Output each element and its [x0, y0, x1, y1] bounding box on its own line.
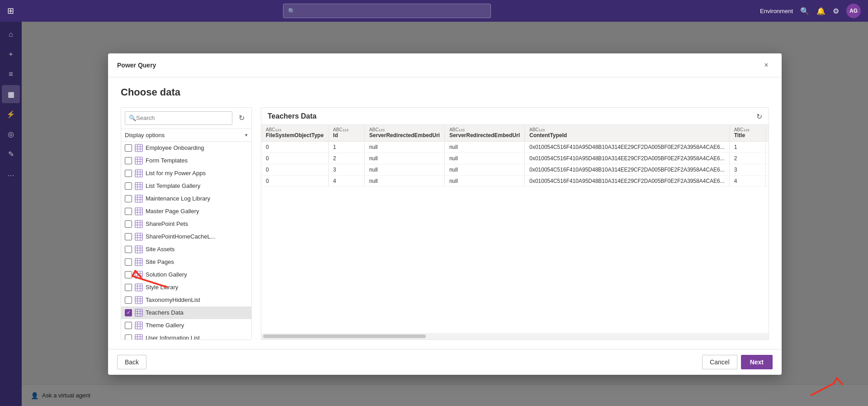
sidebar-icon-menu[interactable]: ≡ — [2, 65, 20, 83]
table-icon — [135, 283, 143, 291]
checkbox[interactable] — [125, 296, 132, 304]
table-cell: 4 — [328, 175, 364, 186]
sidebar-icon-data[interactable]: ▦ — [2, 85, 20, 103]
list-item[interactable]: List for my Power Apps — [121, 167, 251, 180]
horizontal-scrollbar[interactable] — [261, 333, 769, 339]
checkbox[interactable] — [125, 322, 132, 329]
sidebar-icon-monitor[interactable]: ◎ — [2, 125, 20, 143]
checkbox[interactable] — [125, 284, 132, 291]
nav-right: Environment 🔍 🔔 ⚙ AG — [760, 4, 861, 18]
list-item[interactable]: SharePoint Pets — [121, 218, 251, 230]
chevron-down-icon: ▾ — [245, 132, 248, 138]
table-cell: null — [765, 153, 769, 164]
checkbox[interactable] — [125, 208, 132, 215]
table-cell: 3 — [729, 164, 765, 175]
top-nav: ⊞ 🔍 Environment 🔍 🔔 ⚙ AG — [0, 0, 868, 22]
table-title: Teachers Data — [268, 112, 316, 120]
display-options-row[interactable]: Display options ▾ — [121, 129, 251, 142]
table-header-cell: ABC123ServerRedirectedEmbedUri — [364, 125, 444, 142]
modal-close-button[interactable]: × — [760, 59, 773, 72]
list-item-label: SharePointHomeCacheL... — [146, 233, 248, 240]
list-item[interactable]: Master Page Gallery — [121, 205, 251, 218]
modal-footer: Back Cancel Next — [108, 349, 782, 375]
svg-rect-50 — [135, 271, 142, 278]
table-icon — [135, 169, 143, 177]
list-item-label: Theme Gallery — [146, 322, 248, 329]
checkbox[interactable] — [125, 246, 132, 253]
list-item-label: TaxonomyHiddenList — [146, 296, 248, 303]
modal-body: Choose data 🔍 ↻ — [108, 77, 782, 349]
sidebar-icon-flow[interactable]: ⚡ — [2, 105, 20, 123]
table-icon — [135, 157, 143, 165]
sidebar-icon-home[interactable]: ⌂ — [2, 25, 20, 43]
search-input-container[interactable]: 🔍 — [125, 111, 232, 125]
svg-rect-70 — [135, 322, 142, 329]
list-item[interactable]: Theme Gallery — [121, 319, 251, 332]
table-cell: null — [765, 164, 769, 175]
checkbox[interactable] — [125, 144, 132, 152]
display-options-label: Display options — [125, 132, 245, 139]
list-item[interactable]: Site Assets — [121, 243, 251, 256]
power-query-modal: Power Query × Choose data 🔍 — [108, 53, 782, 375]
list-item[interactable]: Form Templates — [121, 154, 251, 167]
settings-icon[interactable]: ⚙ — [833, 7, 839, 15]
cancel-button[interactable]: Cancel — [702, 355, 737, 369]
refresh-icon[interactable]: ↻ — [235, 112, 248, 124]
search-input[interactable] — [136, 115, 228, 121]
checkbox[interactable] — [125, 271, 132, 278]
modal-content-area: 🔍 ↻ Display options ▾ — [121, 107, 769, 340]
modal-title: Power Query — [117, 62, 156, 69]
sidebar-icon-add[interactable]: + — [2, 45, 20, 63]
list-item-label: SharePoint Pets — [146, 220, 248, 227]
checkbox[interactable] — [125, 258, 132, 266]
sidebar-icon-more[interactable]: … — [2, 165, 20, 183]
table-refresh-icon[interactable]: ↻ — [756, 112, 762, 121]
table-header-cell: ABC123Id — [328, 125, 364, 142]
nav-left: ⊞ — [7, 6, 14, 16]
next-button[interactable]: Next — [741, 355, 773, 369]
table-header-cell: ABC123ContentTypeId — [524, 125, 729, 142]
global-search-bar[interactable]: 🔍 — [283, 4, 491, 18]
checkbox[interactable] — [125, 182, 132, 190]
svg-rect-55 — [135, 284, 142, 291]
checkbox[interactable] — [125, 195, 132, 202]
checkbox[interactable] — [125, 334, 132, 339]
table-icon — [135, 334, 143, 339]
list-item-label: Site Assets — [146, 246, 248, 253]
svg-rect-0 — [135, 144, 142, 152]
right-panel: Teachers Data ↻ ABC123FileSystemObjectTy… — [261, 107, 769, 340]
list-item[interactable]: SharePointHomeCacheL... — [121, 230, 251, 243]
waffle-icon[interactable]: ⊞ — [7, 6, 14, 16]
list-item[interactable]: Site Pages — [121, 256, 251, 268]
list-item[interactable]: Solution Gallery — [121, 268, 251, 281]
sidebar-icon-edit[interactable]: ✎ — [2, 145, 20, 163]
search-icon: 🔍 — [288, 8, 295, 14]
list-item[interactable]: Teachers Data — [121, 306, 251, 319]
avatar[interactable]: AG — [846, 4, 861, 18]
checkbox[interactable] — [125, 309, 132, 316]
back-button[interactable]: Back — [117, 355, 146, 369]
checkbox[interactable] — [125, 157, 132, 164]
table-icon — [135, 195, 143, 203]
list-item[interactable]: TaxonomyHiddenList — [121, 294, 251, 306]
checkbox[interactable] — [125, 233, 132, 240]
main-content: Power Query × Choose data 🔍 — [22, 22, 868, 406]
search-icon: 🔍 — [129, 115, 136, 121]
table-icon — [135, 309, 143, 317]
list-item[interactable]: List Template Gallery — [121, 180, 251, 192]
table-row: 04nullnull0x010054C516F410A95D48B10A314E… — [261, 175, 769, 186]
notification-icon[interactable]: 🔔 — [816, 7, 826, 15]
list-items-container: Employee Onboarding Form Templates List … — [121, 142, 251, 339]
list-item[interactable]: Employee Onboarding — [121, 142, 251, 154]
search-nav-icon[interactable]: 🔍 — [800, 7, 809, 15]
svg-rect-25 — [135, 208, 142, 215]
list-item-label: User Information List — [146, 334, 248, 339]
table-cell: 0x010054C516F410A95D48B10A314EE29CF2DA00… — [524, 141, 729, 153]
list-item[interactable]: Maintenance Log Library — [121, 192, 251, 205]
checkbox[interactable] — [125, 170, 132, 177]
list-item[interactable]: Style Library — [121, 281, 251, 294]
svg-rect-30 — [135, 220, 142, 228]
checkbox[interactable] — [125, 220, 132, 228]
table-cell: 0 — [261, 175, 328, 186]
list-item[interactable]: User Information List — [121, 332, 251, 339]
